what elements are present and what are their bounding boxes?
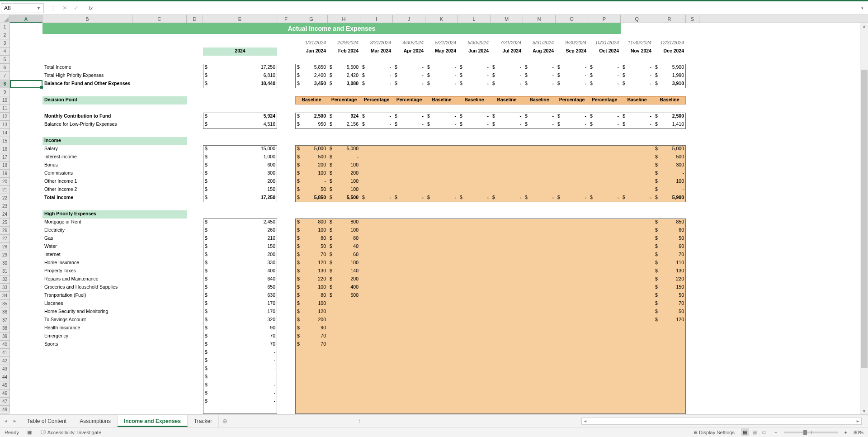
row-header-18[interactable]: 18 xyxy=(0,162,9,170)
cell-r3-cG[interactable]: 1/31/2024 xyxy=(295,39,328,48)
name-box[interactable]: A8 ▼ xyxy=(1,3,44,13)
cell-r8-cR[interactable]: 3,910 xyxy=(653,80,686,88)
cell-r34-cH[interactable]: 500 xyxy=(328,292,360,300)
row-header-31[interactable]: 31 xyxy=(0,267,9,276)
zoom-out-button[interactable]: − xyxy=(774,430,777,435)
cell-r27-cE[interactable]: 210 xyxy=(203,235,277,243)
cell-r13-cG[interactable]: 950 xyxy=(295,121,328,129)
horizontal-scrollbar[interactable]: ◄ ► xyxy=(581,418,862,425)
cell-r7-cN[interactable]: - xyxy=(523,72,556,80)
cell-r29-cH[interactable]: 60 xyxy=(328,251,360,259)
cell-r6-cB[interactable]: Total Income xyxy=(42,64,132,72)
cell-r10-cH[interactable]: Percentage xyxy=(328,96,360,104)
page-break-view-icon[interactable]: ▭ xyxy=(760,428,768,436)
cell-r7-cJ[interactable]: - xyxy=(393,72,425,80)
cell-r4-cO[interactable]: Sep 2024 xyxy=(556,48,588,56)
cell-r7-cM[interactable]: - xyxy=(491,72,523,80)
col-header-N[interactable]: N xyxy=(523,15,556,23)
row-header-13[interactable]: 13 xyxy=(0,121,9,129)
cell-r28-cB[interactable]: Water xyxy=(42,243,132,251)
cell-r39-cG[interactable]: 70 xyxy=(295,332,328,341)
cell-r6-cQ[interactable]: - xyxy=(621,64,653,72)
cell-r12-cK[interactable]: - xyxy=(425,113,458,121)
cell-r26-cE[interactable]: 260 xyxy=(203,227,277,235)
scroll-up-icon[interactable]: ▲ xyxy=(862,24,866,28)
cell-r7-cH[interactable]: 2,420 xyxy=(328,72,360,80)
cell-r12-cB[interactable]: Monthly Contribution to Fund xyxy=(42,113,132,121)
cell-r47-cE[interactable]: - xyxy=(203,398,277,406)
cell-r4-cP[interactable]: Oct 2024 xyxy=(588,48,621,56)
cell-r20-cR[interactable]: 100 xyxy=(653,178,686,186)
cell-r28-cE[interactable]: 150 xyxy=(203,243,277,251)
cell-r7-cP[interactable]: - xyxy=(588,72,621,80)
cell-r26-cR[interactable]: 60 xyxy=(653,227,686,235)
cell-r30-cG[interactable]: 120 xyxy=(295,259,328,267)
cell-r7-cB[interactable]: Total High Priority Expenses xyxy=(42,72,132,80)
row-header-37[interactable]: 37 xyxy=(0,316,9,324)
row-header-48[interactable]: 48 xyxy=(0,406,9,414)
cell-r28-cR[interactable]: 60 xyxy=(653,243,686,251)
cell-r8-cM[interactable]: - xyxy=(491,80,523,88)
sheet-tab-tracker[interactable]: Tracker xyxy=(188,415,219,427)
cell-r27-cR[interactable]: 50 xyxy=(653,235,686,243)
row-header-10[interactable]: 10 xyxy=(0,96,9,104)
cell-r19-cR[interactable]: - xyxy=(653,170,686,178)
cell-r12-cP[interactable]: - xyxy=(588,113,621,121)
cell-r13-cO[interactable]: - xyxy=(556,121,588,129)
cell-r22-cQ[interactable]: - xyxy=(621,194,653,202)
cell-r7-cQ[interactable]: - xyxy=(621,72,653,80)
vertical-scrollbar[interactable]: ▲ ▼ xyxy=(860,23,868,414)
cell-r19-cE[interactable]: 300 xyxy=(203,170,277,178)
cell-r21-cH[interactable]: 100 xyxy=(328,186,360,194)
cell-r29-cG[interactable]: 70 xyxy=(295,251,328,259)
cell-r10-cQ[interactable]: Baseline xyxy=(621,96,653,104)
cell-r31-cR[interactable]: 130 xyxy=(653,267,686,276)
cell-r16-cG[interactable]: 5,000 xyxy=(295,145,328,153)
cell-r40-cG[interactable]: 70 xyxy=(295,341,328,349)
cell-r10-cP[interactable]: Percentage xyxy=(588,96,621,104)
cell-r13-cJ[interactable]: - xyxy=(393,121,425,129)
cell-r8-cL[interactable]: - xyxy=(458,80,491,88)
cell-r42-cE[interactable]: - xyxy=(203,357,277,365)
cell-r13-cB[interactable]: Balance for Low-Priority Expenses xyxy=(42,121,132,129)
cell-r8-cJ[interactable]: - xyxy=(393,80,425,88)
cell-r12-cM[interactable]: - xyxy=(491,113,523,121)
row-header-34[interactable]: 34 xyxy=(0,292,9,300)
cell-r4-cK[interactable]: May 2024 xyxy=(425,48,458,56)
row-header-35[interactable]: 35 xyxy=(0,300,9,308)
col-header-F[interactable]: F xyxy=(277,15,295,23)
cell-r4-cE[interactable]: 2024 xyxy=(203,48,277,56)
cell-r25-cB[interactable]: Mortgage or Rent xyxy=(42,218,132,227)
row-header-32[interactable]: 32 xyxy=(0,276,9,284)
zoom-in-button[interactable]: + xyxy=(844,430,847,435)
scroll-thumb[interactable] xyxy=(861,70,868,368)
cell-r28-cG[interactable]: 50 xyxy=(295,243,328,251)
col-header-C[interactable]: C xyxy=(132,15,187,23)
col-header-H[interactable]: H xyxy=(328,15,360,23)
row-header-26[interactable]: 26 xyxy=(0,227,9,235)
cell-r8-cN[interactable]: - xyxy=(523,80,556,88)
cell-r12-cE[interactable]: 5,924 xyxy=(203,113,277,121)
row-header-46[interactable]: 46 xyxy=(0,390,9,398)
cell-r35-cE[interactable]: 170 xyxy=(203,300,277,308)
cell-r32-cB[interactable]: Repairs and Maintenance xyxy=(42,276,132,284)
cell-r34-cR[interactable]: 50 xyxy=(653,292,686,300)
cell-r22-cM[interactable]: - xyxy=(491,194,523,202)
cell-r8-cE[interactable]: 10,440 xyxy=(203,80,277,88)
cell-r10-cL[interactable]: Baseline xyxy=(458,96,491,104)
page-layout-view-icon[interactable]: ▤ xyxy=(750,428,759,436)
cell-r41-cE[interactable]: - xyxy=(203,349,277,357)
cell-r4-cG[interactable]: Jan 2024 xyxy=(295,48,328,56)
cell-r10-cJ[interactable]: Percentage xyxy=(393,96,425,104)
row-header-25[interactable]: 25 xyxy=(0,218,9,227)
row-header-29[interactable]: 29 xyxy=(0,251,9,259)
cell-r18-cH[interactable]: 100 xyxy=(328,162,360,170)
col-header-B[interactable]: B xyxy=(42,15,132,23)
cell-r30-cR[interactable]: 110 xyxy=(653,259,686,267)
row-header-17[interactable]: 17 xyxy=(0,153,9,162)
cell-r3-cI[interactable]: 3/31/2024 xyxy=(360,39,393,48)
cell-r17-cG[interactable]: 500 xyxy=(295,153,328,162)
cell-r45-cE[interactable]: - xyxy=(203,381,277,390)
cell-r6-cM[interactable]: - xyxy=(491,64,523,72)
cell-r10-cI[interactable]: Percentage xyxy=(360,96,393,104)
